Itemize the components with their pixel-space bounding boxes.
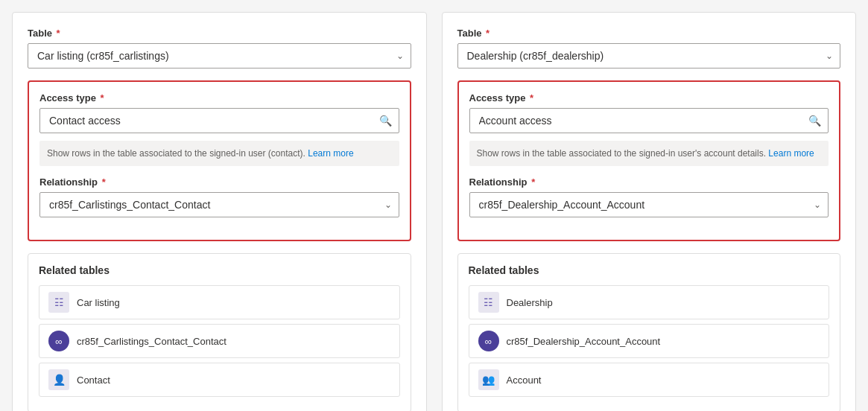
right-table-dropdown-wrapper[interactable]: Dealership (cr85f_dealership) ⌄ [457,43,841,68]
panels-container: Table * Car listing (cr85f_carlistings) … [12,12,856,411]
left-link-icon-1: ∞ [48,331,69,351]
right-learn-more-link[interactable]: Learn more [768,148,814,159]
right-panel: Table * Dealership (cr85f_dealership) ⌄ … [442,12,857,411]
left-info-text: Show rows in the table associated to the… [39,141,399,166]
left-relationship-label: Relationship * [39,176,399,188]
right-table-dropdown[interactable]: Dealership (cr85f_dealership) [457,43,841,68]
left-table-dropdown-wrapper[interactable]: Car listing (cr85f_carlistings) ⌄ [28,43,411,68]
left-related-tables-section: Related tables ☷ Car listing ∞ cr85f_Car… [28,253,411,411]
left-table-item-1[interactable]: ∞ cr85f_Carlistings_Contact_Contact [39,324,400,358]
left-related-tables-title: Related tables [39,264,400,276]
right-relationship-label: Relationship * [469,176,829,188]
right-relationship-dropdown-wrapper[interactable]: cr85f_Dealership_Account_Account ⌄ [469,192,829,217]
left-access-type-section: Access type * 🔍 Show rows in the table a… [28,80,411,241]
left-person-icon-2: 👤 [48,369,69,390]
left-panel: Table * Car listing (cr85f_carlistings) … [12,12,427,411]
left-table-item-label-1: cr85f_Carlistings_Contact_Contact [77,336,226,347]
right-table-item-label-1: cr85f_Dealership_Account_Account [507,336,661,347]
right-access-type-input[interactable] [469,108,829,133]
right-person2-icon-2: 👥 [478,369,499,390]
left-learn-more-link[interactable]: Learn more [308,148,353,159]
left-table-item-label-0: Car listing [77,297,120,308]
right-access-type-section: Access type * 🔍 Show rows in the table a… [457,80,841,241]
left-access-type-input-wrapper: 🔍 [39,108,399,133]
left-relationship-dropdown-wrapper[interactable]: cr85f_Carlistings_Contact_Contact ⌄ [39,192,399,217]
right-table-item-2[interactable]: 👥 Account [469,363,830,397]
right-access-type-input-wrapper: 🔍 [469,108,829,133]
right-table-icon-0: ☷ [478,292,499,313]
right-related-tables-title: Related tables [469,264,830,276]
right-info-text: Show rows in the table associated to the… [469,141,829,166]
right-link-icon-1: ∞ [478,331,499,351]
left-table-item-0[interactable]: ☷ Car listing [39,285,400,319]
left-table-label: Table * [28,28,411,39]
left-table-item-label-2: Contact [77,375,110,386]
left-relationship-dropdown[interactable]: cr85f_Carlistings_Contact_Contact [39,192,399,217]
left-table-dropdown[interactable]: Car listing (cr85f_carlistings) [28,43,411,68]
left-table-icon-0: ☷ [48,292,69,313]
right-related-tables-section: Related tables ☷ Dealership ∞ cr85f_Deal… [457,253,841,411]
left-table-item-2[interactable]: 👤 Contact [39,363,400,397]
right-table-item-label-2: Account [507,375,542,386]
right-access-type-label: Access type * [469,92,829,103]
right-relationship-dropdown[interactable]: cr85f_Dealership_Account_Account [469,192,829,217]
left-access-type-label: Access type * [39,92,399,103]
right-table-item-label-0: Dealership [507,297,553,308]
left-access-type-input[interactable] [39,108,399,133]
right-table-label: Table * [457,28,841,39]
right-table-item-0[interactable]: ☷ Dealership [469,285,830,319]
right-table-item-1[interactable]: ∞ cr85f_Dealership_Account_Account [469,324,830,358]
